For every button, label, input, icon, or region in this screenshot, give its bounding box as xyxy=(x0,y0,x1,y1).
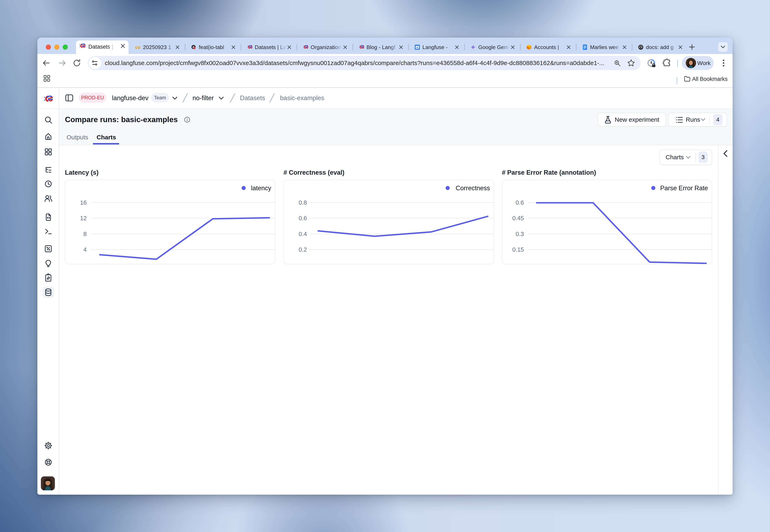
svg-text:4: 4 xyxy=(83,246,87,253)
svg-text:0.3: 0.3 xyxy=(516,231,524,237)
svg-text:0.2: 0.2 xyxy=(299,246,307,253)
svg-text:co: co xyxy=(135,45,140,50)
svg-text:0.45: 0.45 xyxy=(512,215,524,221)
svg-text:Parse Error Rate: Parse Error Rate xyxy=(660,185,708,192)
svg-text:0.4: 0.4 xyxy=(299,231,307,237)
svg-text:latency: latency xyxy=(251,185,271,192)
svg-text:0.15: 0.15 xyxy=(512,246,524,253)
svg-text:0.8: 0.8 xyxy=(299,199,307,206)
svg-text:8: 8 xyxy=(83,231,87,237)
svg-text:0.6: 0.6 xyxy=(516,199,524,206)
svg-text:16: 16 xyxy=(80,199,87,206)
svg-text:0.6: 0.6 xyxy=(299,215,307,221)
svg-text:6: 6 xyxy=(416,46,418,49)
svg-text:12: 12 xyxy=(80,215,87,221)
svg-text:Correctness: Correctness xyxy=(456,185,490,192)
